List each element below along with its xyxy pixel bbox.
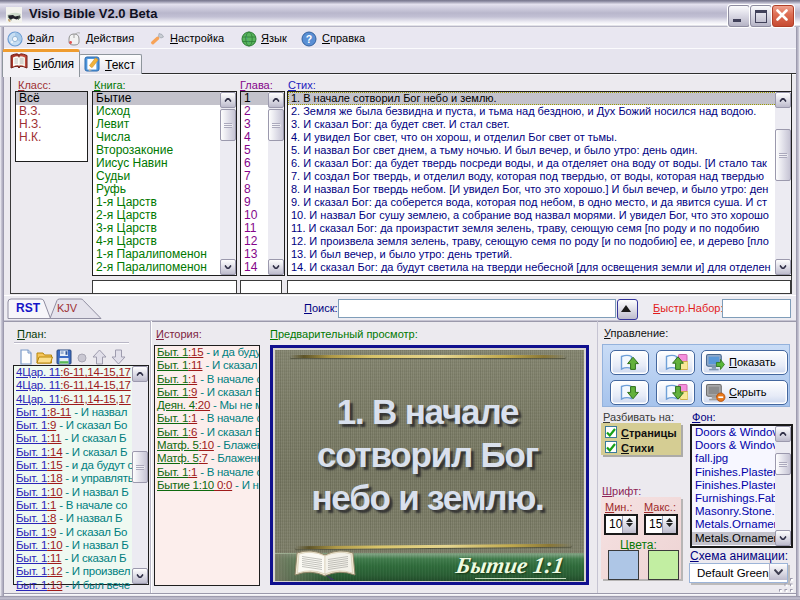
- svg-text:?: ?: [306, 33, 312, 45]
